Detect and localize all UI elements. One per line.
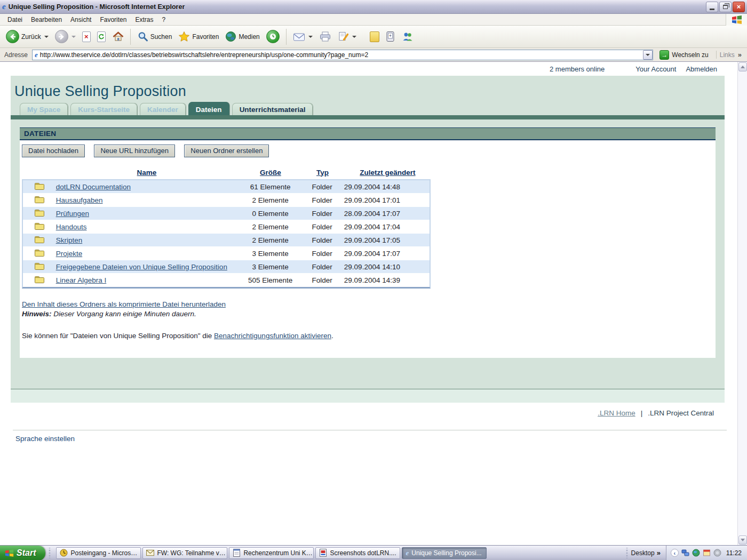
tray-collapse-icon[interactable]: ‹ (671, 549, 679, 557)
menu-extras[interactable]: Extras (131, 14, 157, 25)
task-mail-message[interactable]: FW: WG: Teilnahme v… (142, 547, 227, 559)
forward-button[interactable] (52, 28, 78, 45)
notifications-link[interactable]: Benachrichtigungsfunktion aktivieren (214, 332, 331, 340)
links-toolbar[interactable]: Links » (716, 51, 745, 59)
discuss-button[interactable] (367, 30, 382, 44)
favorites-star-icon (178, 31, 190, 42)
menu-bearbeiten[interactable]: Bearbeiten (27, 14, 66, 25)
desktop-chevron-icon[interactable]: » (657, 549, 661, 557)
tab-dateien[interactable]: Dateien (188, 102, 229, 115)
task-rechenzentrum[interactable]: Rechenzentrum Uni K… (229, 547, 314, 559)
modified-cell: 29.09.2004 17:07 (342, 250, 430, 258)
task-label: Unique Selling Proposi... (411, 549, 481, 557)
size-cell: 2 Elemente (239, 236, 302, 244)
tab-kalender[interactable]: Kalender (140, 103, 186, 115)
mail-dropdown-icon[interactable] (308, 36, 313, 38)
download-zip-link[interactable]: Den Inhalt dieses Ordners als komprimier… (22, 300, 226, 308)
folder-link[interactable]: Handouts (56, 223, 87, 231)
minimize-button[interactable] (706, 2, 718, 12)
refresh-button[interactable] (94, 30, 108, 44)
task-screenshots[interactable]: Screenshots dotLRN.... (315, 547, 400, 559)
desktop-toolbar-grip[interactable] (625, 548, 629, 558)
folder-icon (35, 236, 44, 243)
tab-my-space[interactable]: My Space (20, 103, 68, 115)
folder-link[interactable]: Prüfungen (56, 210, 89, 218)
edit-button[interactable] (335, 29, 359, 44)
favorites-button[interactable]: Favoriten (176, 29, 221, 44)
folder-icon (35, 276, 44, 283)
stop-button[interactable]: × (80, 30, 93, 44)
quick-launch-grip[interactable] (48, 548, 51, 558)
tray-status-icon[interactable] (713, 549, 721, 557)
size-cell: 2 Elemente (239, 196, 302, 204)
links-chevron-icon[interactable]: » (738, 51, 742, 59)
folder-link[interactable]: Hausaufgaben (56, 196, 103, 204)
task-label: Rechenzentrum Uni K… (243, 549, 312, 557)
logout-link[interactable]: Abmelden (686, 65, 717, 73)
scroll-up-button[interactable] (738, 62, 747, 71)
create-folder-button[interactable]: Neuen Ordner erstellen (184, 145, 269, 157)
media-button[interactable]: Medien (222, 29, 262, 44)
folder-link[interactable]: Skripten (56, 236, 83, 244)
tray-app-icon[interactable] (703, 549, 711, 557)
close-button[interactable]: × (733, 2, 745, 12)
tab-unterrichtsmaterial[interactable]: Unterrichtsmaterial (232, 103, 313, 115)
home-icon (112, 31, 124, 43)
sort-modified-header[interactable]: Zuletzt geändert (360, 169, 415, 177)
folder-link[interactable]: Linear Algebra I (56, 276, 107, 284)
folder-icon (35, 196, 44, 203)
folder-link[interactable]: dotLRN Documentation (56, 183, 131, 191)
task-unique-selling-proposition[interactable]: e Unique Selling Proposi... (402, 547, 487, 559)
your-account-link[interactable]: Your Account (635, 65, 676, 73)
sort-name-header[interactable]: Name (137, 169, 157, 177)
folder-link[interactable]: Projekte (56, 250, 83, 258)
back-button[interactable]: Zurück (3, 28, 51, 45)
scroll-down-button[interactable] (738, 535, 747, 545)
home-button[interactable] (109, 29, 126, 44)
windows-logo-icon (726, 14, 747, 26)
menu-help[interactable]: ? (157, 14, 170, 25)
size-cell: 61 Elemente (239, 183, 302, 191)
tray-network-icon[interactable] (681, 549, 689, 557)
notify-prefix: Sie können für "Dateien von Unique Selli… (22, 332, 214, 340)
menu-ansicht[interactable]: Ansicht (66, 14, 96, 25)
task-posteingang[interactable]: Posteingang - Micros… (56, 547, 141, 559)
back-dropdown-icon[interactable] (44, 36, 49, 38)
vertical-scrollbar[interactable] (737, 62, 747, 545)
mail-button[interactable] (290, 30, 315, 43)
lrn-project-central-link[interactable]: .LRN Project Central (648, 409, 714, 417)
add-url-button[interactable]: Neue URL hinzufügen (94, 145, 174, 157)
sort-size-header[interactable]: Größe (260, 169, 281, 177)
address-label: Adresse (2, 51, 32, 59)
address-dropdown-button[interactable] (643, 50, 653, 60)
edit-dropdown-icon[interactable] (352, 36, 356, 38)
address-input[interactable] (40, 51, 643, 59)
upload-file-button[interactable]: Datei hochladen (22, 145, 85, 157)
table-row: Freigegebene Dateien von Unique Selling … (23, 260, 430, 274)
start-label: Start (17, 548, 36, 558)
print-button[interactable] (316, 29, 334, 44)
image-viewer-icon (319, 549, 327, 557)
system-tray: ‹ 11:22 (666, 546, 747, 560)
history-button[interactable] (264, 28, 282, 45)
menu-favoriten[interactable]: Favoriten (96, 14, 131, 25)
set-language-link[interactable]: Sprache einstellen (15, 435, 75, 443)
search-button[interactable]: Suchen (134, 29, 175, 44)
lrn-home-link[interactable]: .LRN Home (598, 409, 635, 417)
tray-globe-icon[interactable] (692, 549, 700, 557)
restore-button[interactable] (719, 2, 732, 12)
sizer-button[interactable]: + (383, 29, 398, 44)
desktop-toolbar[interactable]: Desktop » (631, 549, 661, 557)
forward-dropdown-icon[interactable] (71, 36, 76, 38)
start-button[interactable]: Start (0, 546, 45, 560)
go-button[interactable]: → Wechseln zu (656, 49, 711, 61)
table-row: dotLRN Documentation 61 Elemente Folder … (23, 180, 430, 194)
session-bar: 2 members online Your Account Abmelden (0, 62, 737, 76)
taskbar-clock[interactable]: 11:22 (726, 549, 742, 557)
sort-type-header[interactable]: Typ (316, 169, 329, 177)
go-label: Wechseln zu (672, 51, 708, 59)
menu-datei[interactable]: Datei (3, 14, 27, 25)
tab-kurs-startseite[interactable]: Kurs-Startseite (70, 103, 137, 115)
folder-link[interactable]: Freigegebene Dateien von Unique Selling … (56, 263, 227, 271)
messenger-button[interactable] (399, 30, 416, 44)
